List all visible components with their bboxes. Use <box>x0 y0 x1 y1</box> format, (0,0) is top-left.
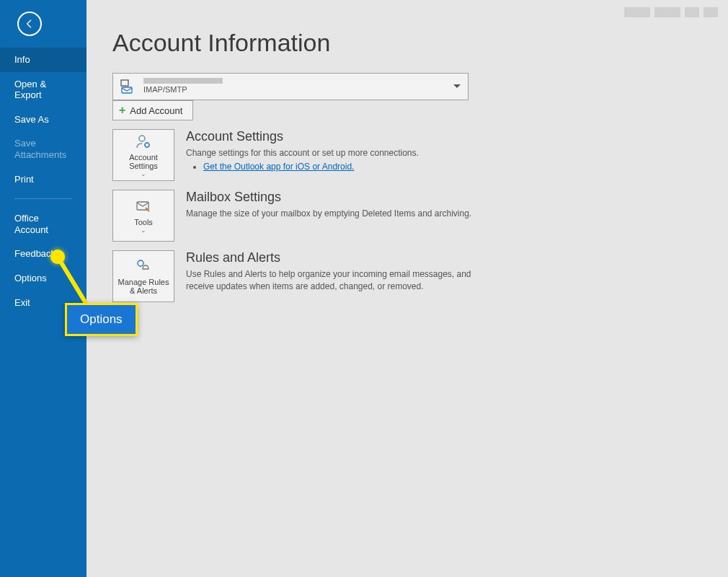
sidebar-item-office-account[interactable]: Office Account <box>0 206 86 242</box>
tools-tile[interactable]: Tools ⌄ <box>112 190 174 242</box>
get-outlook-app-link[interactable]: Get the Outlook app for iOS or Android. <box>203 162 354 172</box>
section-title-rules: Rules and Alerts <box>186 250 489 265</box>
sidebar-item-info[interactable]: Info <box>0 48 86 72</box>
placeholder-icon <box>654 7 680 17</box>
svg-point-3 <box>145 143 149 147</box>
svg-point-2 <box>139 136 145 141</box>
placeholder-icon <box>685 7 699 17</box>
placeholder-icon <box>624 7 650 17</box>
placeholder-icon <box>703 7 718 17</box>
manage-rules-alerts-tile[interactable]: Manage Rules & Alerts <box>112 250 174 302</box>
sidebar-item-open-export[interactable]: Open & Export <box>0 72 86 107</box>
svg-rect-0 <box>121 80 128 86</box>
account-type-label: IMAP/SMTP <box>143 85 223 94</box>
sidebar-divider <box>14 198 72 199</box>
gear-bell-icon <box>135 257 152 275</box>
add-account-label: Add Account <box>130 105 182 116</box>
envelope-tool-icon <box>135 198 152 215</box>
tile-label: Tools <box>134 218 153 226</box>
svg-rect-1 <box>122 87 132 93</box>
section-title-account-settings: Account Settings <box>186 129 489 144</box>
account-dropdown[interactable]: IMAP/SMTP <box>112 73 469 100</box>
chevron-down-icon: ⌄ <box>141 226 146 234</box>
sidebar-item-feedback[interactable]: Feedback <box>0 242 86 266</box>
add-account-button[interactable]: + Add Account <box>112 100 193 120</box>
person-gear-icon <box>135 133 152 150</box>
section-title-mailbox: Mailbox Settings <box>186 190 489 205</box>
page-title: Account Information <box>112 29 702 57</box>
tile-label: Manage Rules & Alerts <box>116 278 171 295</box>
back-button[interactable] <box>17 12 42 36</box>
sidebar-item-save-attachments: Save Attachments <box>0 131 86 167</box>
file-sidebar: Info Open & Export Save As Save Attachme… <box>0 0 86 577</box>
arrow-left-icon <box>24 18 35 30</box>
sidebar-item-options[interactable]: Options <box>0 266 86 291</box>
main-panel: Account Information IMAP/SMTP + Add Acco… <box>86 0 728 577</box>
section-desc-account-settings: Change settings for this account or set … <box>186 148 419 158</box>
chevron-down-icon <box>453 84 461 89</box>
tile-label: Account Settings <box>116 153 171 170</box>
section-desc-mailbox: Manage the size of your mailbox by empty… <box>186 208 489 220</box>
window-controls-placeholder <box>624 7 718 17</box>
section-desc-rules: Use Rules and Alerts to help organize yo… <box>186 268 489 293</box>
chevron-down-icon: ⌄ <box>141 170 146 177</box>
sidebar-item-print[interactable]: Print <box>0 167 86 192</box>
account-settings-tile[interactable]: Account Settings ⌄ <box>112 129 174 181</box>
sidebar-item-save-as[interactable]: Save As <box>0 107 86 132</box>
sidebar-item-exit[interactable]: Exit <box>0 291 86 315</box>
plus-icon: + <box>119 104 125 117</box>
account-email-redacted <box>143 78 223 84</box>
mailbox-icon <box>119 78 136 95</box>
